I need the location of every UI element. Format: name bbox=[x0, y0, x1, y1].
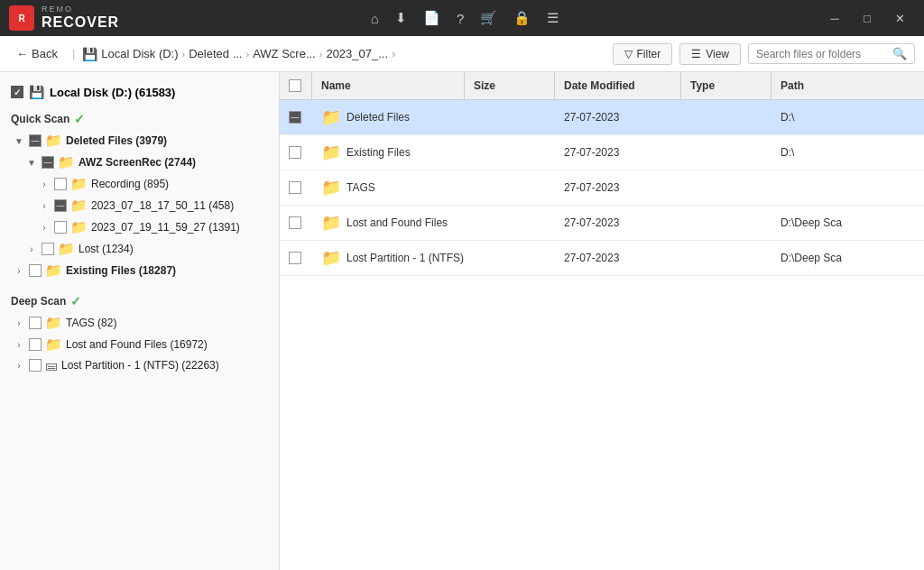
table-row[interactable]: 📁 Lost and Found Files 27-07-2023 D:\Dee… bbox=[280, 206, 924, 241]
table-body: — 📁 Deleted Files 27-07-2023 D:\ 📁 Ex bbox=[280, 100, 924, 570]
breadcrumb-disk-icon: 💾 bbox=[82, 47, 97, 61]
view-label: View bbox=[706, 48, 729, 60]
row1-date-cell: 27-07-2023 bbox=[555, 100, 681, 134]
checkbox-deleted-files[interactable]: — bbox=[29, 134, 42, 147]
toggle-recording[interactable]: › bbox=[38, 178, 51, 190]
search-input[interactable] bbox=[756, 48, 888, 60]
view-button[interactable]: ☰ View bbox=[679, 43, 741, 65]
row2-checkbox-cell bbox=[280, 135, 312, 170]
tree-item-lost-found[interactable]: › 📁 Lost and Found Files (16972) bbox=[0, 334, 279, 355]
toggle-lost[interactable]: › bbox=[25, 243, 38, 255]
tree-item-awz[interactable]: ▼ — 📁 AWZ ScreenRec (2744) bbox=[0, 152, 279, 173]
row4-path-cell: D:\Deep Sca bbox=[772, 206, 924, 240]
row5-size-cell bbox=[465, 241, 555, 275]
breadcrumb-deleted[interactable]: Deleted ... bbox=[189, 47, 242, 60]
row3-name: TAGS bbox=[346, 181, 375, 194]
label-2023-19: 2023_07_19_11_59_27 (1391) bbox=[91, 221, 240, 234]
cart-icon[interactable]: 🛒 bbox=[480, 10, 497, 26]
filter-button[interactable]: ▽ Filter bbox=[613, 43, 673, 65]
download-icon[interactable]: ⬇ bbox=[395, 10, 407, 26]
row3-checkbox[interactable] bbox=[289, 181, 301, 194]
checkbox-lost-partition[interactable] bbox=[29, 359, 42, 372]
checkbox-recording[interactable] bbox=[54, 178, 67, 190]
tree-item-2023-19[interactable]: › 📁 2023_07_19_11_59_27 (1391) bbox=[0, 216, 279, 238]
breadcrumb-awz[interactable]: AWZ Scre... bbox=[253, 47, 316, 60]
row4-type-cell bbox=[681, 206, 772, 240]
checkbox-tags[interactable] bbox=[29, 317, 42, 329]
row1-name: Deleted Files bbox=[346, 111, 410, 124]
row2-checkbox[interactable] bbox=[289, 146, 301, 159]
row1-type-cell bbox=[681, 100, 772, 134]
row3-name-cell: 📁 TAGS bbox=[312, 170, 465, 205]
drive-checkbox[interactable]: ✓ bbox=[11, 86, 23, 98]
row4-path: D:\Deep Sca bbox=[781, 216, 842, 229]
row3-date-cell: 27-07-2023 bbox=[555, 170, 681, 205]
toggle-2023-19[interactable]: › bbox=[38, 221, 51, 234]
app-logo-icon: R bbox=[9, 5, 34, 31]
toggle-awz[interactable]: ▼ bbox=[25, 156, 38, 169]
row4-date: 27-07-2023 bbox=[564, 216, 619, 229]
checkbox-lost-found[interactable] bbox=[29, 338, 42, 351]
toggle-tags[interactable]: › bbox=[13, 317, 25, 329]
row4-size-cell bbox=[465, 206, 555, 240]
row5-path: D:\Deep Sca bbox=[781, 252, 842, 264]
tree-item-2023-18[interactable]: › — 📁 2023_07_18_17_50_11 (458) bbox=[0, 195, 279, 216]
deep-scan-section: Deep Scan ✓ › 📁 TAGS (82) › 📁 Lost and F… bbox=[0, 290, 279, 375]
breadcrumb-disk[interactable]: Local Disk (D:) bbox=[101, 47, 178, 60]
home-icon[interactable]: ⌂ bbox=[371, 11, 379, 26]
folder-existing-icon: 📁 bbox=[45, 262, 62, 279]
col-header-type: Type bbox=[681, 72, 772, 99]
maximize-button[interactable]: □ bbox=[852, 5, 882, 31]
tree-item-lost-partition[interactable]: › 🖴 Lost Partition - 1 (NTFS) (22263) bbox=[0, 355, 279, 375]
folder-2023-19-icon: 📁 bbox=[70, 219, 88, 235]
tree-item-deleted-files[interactable]: ▼ — 📁 Deleted Files (3979) bbox=[0, 130, 279, 152]
deep-scan-ok-icon: ✓ bbox=[70, 294, 81, 308]
tree-item-recording[interactable]: › 📁 Recording (895) bbox=[0, 173, 279, 195]
toggle-2023-18[interactable]: › bbox=[38, 199, 51, 212]
lock-icon[interactable]: 🔒 bbox=[513, 10, 531, 26]
row5-checkbox[interactable] bbox=[289, 252, 301, 264]
back-arrow-icon: ← bbox=[16, 47, 28, 60]
table-row[interactable]: 📁 TAGS 27-07-2023 bbox=[280, 170, 924, 206]
toolbar: ← Back | 💾 Local Disk (D:) › Deleted ...… bbox=[0, 36, 924, 72]
back-button[interactable]: ← Back bbox=[9, 43, 65, 64]
minimize-button[interactable]: ─ bbox=[819, 5, 850, 31]
help-icon[interactable]: ? bbox=[457, 11, 464, 26]
toggle-existing[interactable]: › bbox=[13, 264, 25, 277]
toggle-deleted-files[interactable]: ▼ bbox=[13, 134, 25, 147]
toggle-lost-partition[interactable]: › bbox=[13, 359, 25, 372]
tree-item-tags[interactable]: › 📁 TAGS (82) bbox=[0, 312, 279, 334]
breadcrumb-more-icon[interactable]: › bbox=[392, 47, 395, 60]
search-icon[interactable]: 🔍 bbox=[892, 47, 907, 60]
row2-name: Existing Files bbox=[346, 146, 411, 159]
close-button[interactable]: ✕ bbox=[884, 5, 915, 31]
row4-checkbox[interactable] bbox=[289, 216, 301, 229]
table-row[interactable]: — 📁 Deleted Files 27-07-2023 D:\ bbox=[280, 100, 924, 135]
row1-name-cell: 📁 Deleted Files bbox=[312, 100, 465, 134]
breadcrumb-2023[interactable]: 2023_07_... bbox=[326, 47, 388, 60]
titlebar: R remo RECOVER ⌂ ⬇ 📄 ? 🛒 🔒 ☰ ─ □ ✕ bbox=[0, 0, 924, 36]
row3-path-cell bbox=[772, 170, 924, 205]
checkbox-2023-18[interactable]: — bbox=[54, 199, 67, 212]
tree-item-lost[interactable]: › 📁 Lost (1234) bbox=[0, 238, 279, 260]
table-row[interactable]: 📁 Existing Files 27-07-2023 D:\ bbox=[280, 135, 924, 170]
label-awz: AWZ ScreenRec (2744) bbox=[79, 156, 196, 169]
folder-tags-icon: 📁 bbox=[45, 315, 62, 331]
row1-folder-icon: 📁 bbox=[321, 107, 341, 127]
folder-lost-icon: 📁 bbox=[58, 241, 75, 257]
checkbox-lost[interactable] bbox=[42, 243, 54, 255]
select-all-checkbox[interactable] bbox=[289, 79, 301, 92]
table-row[interactable]: 📁 Lost Partition - 1 (NTFS) 27-07-2023 D… bbox=[280, 241, 924, 276]
col-header-size: Size bbox=[465, 72, 555, 99]
checkbox-awz[interactable]: — bbox=[42, 156, 54, 169]
menu-icon[interactable]: ☰ bbox=[547, 10, 559, 26]
toggle-lost-found[interactable]: › bbox=[13, 338, 25, 351]
file-icon[interactable]: 📄 bbox=[423, 10, 440, 26]
row2-name-cell: 📁 Existing Files bbox=[312, 135, 465, 170]
breadcrumb: 💾 Local Disk (D:) › Deleted ... › AWZ Sc… bbox=[82, 47, 606, 61]
row1-checkbox[interactable]: — bbox=[289, 111, 301, 124]
tree-item-existing[interactable]: › 📁 Existing Files (18287) bbox=[0, 260, 279, 281]
checkbox-existing[interactable] bbox=[29, 264, 42, 277]
checkbox-2023-19[interactable] bbox=[54, 221, 67, 234]
svg-text:R: R bbox=[18, 14, 25, 23]
